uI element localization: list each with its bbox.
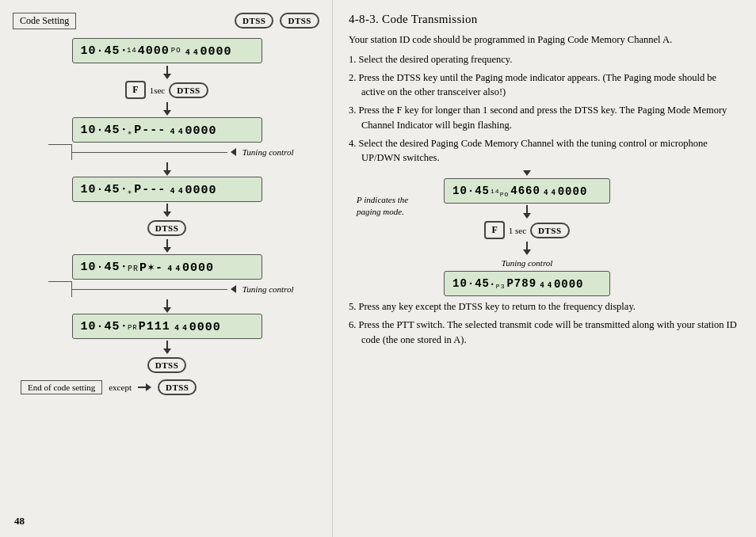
right-one-sec: 1 sec <box>509 226 526 235</box>
step-4: 4. Select the desired Paging Code Memory… <box>349 136 740 166</box>
steps-list-2: 5. Press any key except the DTSS key to … <box>349 299 740 347</box>
dtss-button-top1[interactable]: DTSS <box>235 13 274 29</box>
f-button-1[interactable]: F <box>125 81 145 99</box>
lcd-display-2: 10·45 ▪ ✳ P--- ₄₄0000 <box>72 117 262 143</box>
step-1: 1. Select the desired operating frequenc… <box>349 52 740 67</box>
except-label: except <box>109 383 132 392</box>
step-5: 5. Press any key except the DTSS key to … <box>349 299 740 314</box>
lcd-display-1: 10·45 ▪14 4000 PO ₄₄0000 <box>72 38 262 63</box>
dtss-button-3[interactable]: DTSS <box>147 220 187 236</box>
step-6: 6. Press the PTT switch. The selected tr… <box>349 318 740 348</box>
right-lcd-1: 10·45 14 PO 4660 ₄₄0000 <box>444 178 610 204</box>
code-setting-label: Code Setting <box>13 13 76 29</box>
end-of-code-setting-label: End of code setting <box>21 380 102 394</box>
lcd-display-4: 10·45 ▪ PR P✶- ₄₄0000 <box>72 254 262 280</box>
left-panel: Code Setting DTSS DTSS 10·45 ▪14 4000 PO… <box>0 0 333 537</box>
right-tuning-label: Tuning control <box>502 258 553 268</box>
left-flow: 10·45 ▪14 4000 PO ₄₄0000 F 1sec DTSS 10·… <box>14 38 319 395</box>
tuning-control-label-2: Tuning control <box>242 284 294 294</box>
page-number: 48 <box>14 515 25 527</box>
p-indicates-text: P indicates thepaging mode. <box>357 170 444 296</box>
right-f-button[interactable]: F <box>484 221 504 239</box>
steps-list: 1. Select the desired operating frequenc… <box>349 52 740 166</box>
dtss-button-5[interactable]: DTSS <box>158 379 197 395</box>
right-dtss-button[interactable]: DTSS <box>530 223 570 238</box>
lcd-display-5: 10·45 ▪ PR P111 ₄₄0000 <box>72 314 262 339</box>
step-2: 2. Press the DTSS key until the Paging m… <box>349 70 740 101</box>
lcd-display-3: 10·45 ▪ ✳ P--- ₄₄0000 <box>72 177 262 202</box>
dtss-button-top2[interactable]: DTSS <box>280 13 319 29</box>
dtss-button-4[interactable]: DTSS <box>147 357 187 373</box>
tuning-control-label-1: Tuning control <box>242 147 294 157</box>
one-sec-label-1: 1sec <box>150 86 166 95</box>
right-flow-diagram: 10·45 14 PO 4660 ₄₄0000 F 1 sec DTSS <box>444 170 610 296</box>
dtss-button-2[interactable]: DTSS <box>169 82 208 98</box>
right-panel: 4-8-3. Code Transmission Your station ID… <box>333 0 756 537</box>
right-lcd-2: 10·45 ▪ P3 P789 ₄₄0000 <box>444 271 610 296</box>
step-3: 3. Press the F key for longer than 1 sec… <box>349 103 740 133</box>
section-title: 4-8-3. Code Transmission <box>349 13 740 26</box>
intro-text: Your station ID code should be programme… <box>349 32 740 48</box>
